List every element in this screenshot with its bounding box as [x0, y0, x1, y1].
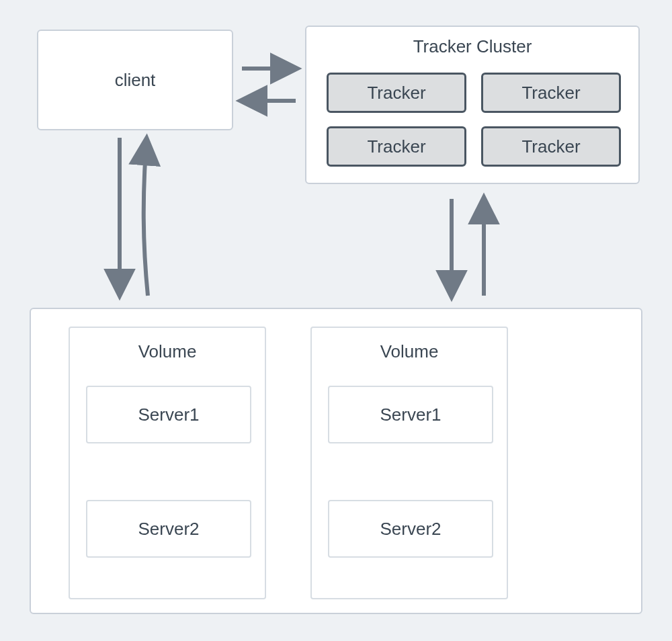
tracker-node-label: Tracker	[367, 83, 425, 103]
tracker-node-label: Tracker	[367, 136, 425, 157]
server-label: Server2	[380, 519, 441, 540]
server-label: Server1	[138, 404, 199, 425]
server-label: Server2	[138, 519, 199, 540]
tracker-node-label: Tracker	[521, 136, 580, 157]
server-label: Server1	[380, 404, 441, 425]
server-box-2-2: Server2	[328, 500, 493, 558]
arrow-storage-to-client	[144, 140, 148, 296]
server-box-1-2: Server2	[86, 500, 251, 558]
tracker-cluster-title: Tracker Cluster	[306, 36, 638, 57]
volume-title-2: Volume	[312, 341, 507, 362]
tracker-node-1: Tracker	[327, 73, 466, 113]
tracker-node-2: Tracker	[481, 73, 621, 113]
client-label: client	[115, 70, 156, 91]
client-box: client	[37, 30, 233, 130]
tracker-node-label: Tracker	[521, 83, 580, 103]
storage-box: Volume Server1 Server2 Volume Server1 Se…	[30, 308, 642, 614]
tracker-node-4: Tracker	[481, 126, 621, 167]
volume-title-1: Volume	[70, 341, 265, 362]
tracker-node-3: Tracker	[327, 126, 466, 167]
volume-box-2: Volume Server1 Server2	[310, 327, 508, 599]
server-box-2-1: Server1	[328, 386, 493, 443]
volume-box-1: Volume Server1 Server2	[69, 327, 266, 599]
server-box-1-1: Server1	[86, 386, 251, 443]
tracker-cluster-box: Tracker Cluster Tracker Tracker Tracker …	[305, 26, 640, 184]
